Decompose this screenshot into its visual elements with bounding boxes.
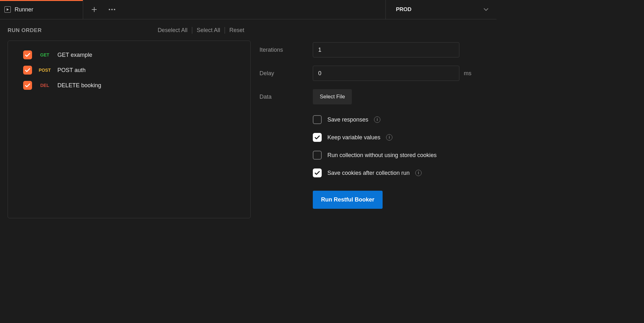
iterations-input[interactable] xyxy=(313,42,459,57)
request-checkbox[interactable] xyxy=(23,81,32,90)
info-icon[interactable]: i xyxy=(374,116,380,123)
run-order-heading: RUN ORDER xyxy=(8,27,42,34)
svg-marker-0 xyxy=(7,8,9,11)
chevron-down-icon xyxy=(484,6,488,13)
svg-point-2 xyxy=(111,9,113,10)
delay-label: Delay xyxy=(260,70,313,77)
request-checkbox[interactable] xyxy=(23,66,32,75)
save-responses-checkbox[interactable] xyxy=(313,115,322,124)
svg-point-3 xyxy=(114,9,115,10)
delay-unit: ms xyxy=(464,70,471,77)
environment-selected: PROD xyxy=(396,6,411,13)
iterations-label: Iterations xyxy=(260,47,313,53)
request-name: POST auth xyxy=(57,67,86,74)
run-order-panel: RUN ORDER Deselect All Select All Reset … xyxy=(8,27,251,249)
runner-icon xyxy=(4,6,11,13)
save-cookies-after-label: Save cookies after collection run xyxy=(327,170,410,176)
keep-variable-values-checkbox[interactable] xyxy=(313,133,322,142)
request-method: GET xyxy=(38,52,52,57)
keep-variable-values-label: Keep variable values xyxy=(327,134,380,141)
request-method: DEL xyxy=(38,83,52,88)
request-row[interactable]: POST POST auth xyxy=(16,63,243,78)
select-all-button[interactable]: Select All xyxy=(192,27,225,34)
save-responses-label: Save responses xyxy=(327,116,368,123)
svg-point-1 xyxy=(109,9,110,10)
request-row[interactable]: GET GET example xyxy=(16,47,243,63)
request-name: DELETE booking xyxy=(57,82,101,89)
tab-label: Runner xyxy=(15,6,33,13)
run-settings-panel: Iterations Delay ms Data Select File Sav… xyxy=(258,27,489,249)
run-collection-button[interactable]: Run Restful Booker xyxy=(313,191,383,209)
tab-bar: Runner PROD xyxy=(0,0,496,19)
request-list: GET GET example POST POST auth DEL DELET… xyxy=(8,41,251,218)
info-icon[interactable]: i xyxy=(415,170,422,176)
deselect-all-button[interactable]: Deselect All xyxy=(153,27,192,34)
request-row[interactable]: DEL DELETE booking xyxy=(16,78,243,93)
new-tab-button[interactable] xyxy=(91,7,97,12)
data-label: Data xyxy=(260,94,313,100)
tab-runner[interactable]: Runner xyxy=(0,0,83,19)
no-stored-cookies-label: Run collection without using stored cook… xyxy=(327,152,437,159)
reset-button[interactable]: Reset xyxy=(225,27,249,34)
save-cookies-after-checkbox[interactable] xyxy=(313,168,322,177)
no-stored-cookies-checkbox[interactable] xyxy=(313,151,322,160)
more-tabs-button[interactable] xyxy=(108,9,115,10)
select-file-button[interactable]: Select File xyxy=(313,89,352,104)
delay-input[interactable] xyxy=(313,66,459,81)
request-checkbox[interactable] xyxy=(23,50,32,59)
request-name: GET example xyxy=(57,52,92,58)
request-method: POST xyxy=(38,68,52,73)
tab-actions xyxy=(83,0,124,19)
environment-selector[interactable]: PROD xyxy=(385,0,496,19)
info-icon[interactable]: i xyxy=(386,134,392,141)
runner-content: RUN ORDER Deselect All Select All Reset … xyxy=(0,19,496,249)
run-order-actions: Deselect All Select All Reset xyxy=(153,27,249,34)
